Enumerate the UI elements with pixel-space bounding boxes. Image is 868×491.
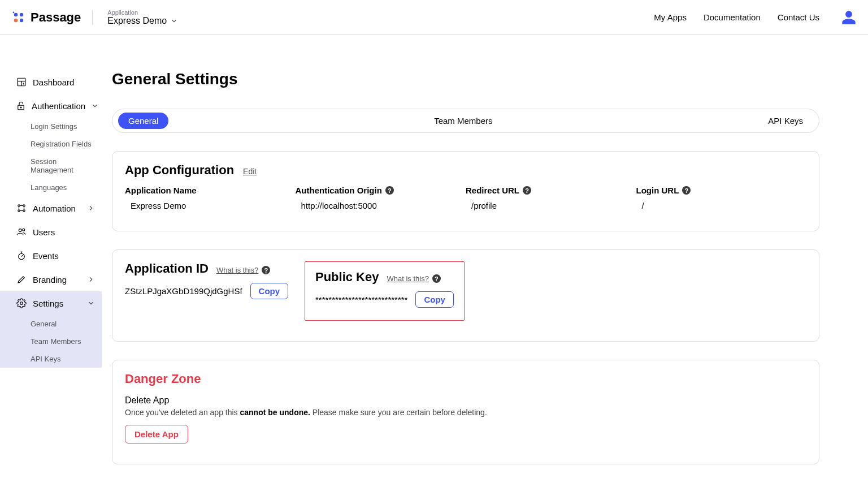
delete-app-button[interactable]: Delete App [125,425,188,443]
brand-name: Passage [31,10,81,25]
sidebar-item-label: Automation [33,204,76,213]
chevron-down-icon [87,299,95,307]
svg-point-16 [19,229,21,232]
danger-zone-card: Danger Zone Delete App Once you've delet… [112,360,819,464]
svg-point-4 [13,11,15,13]
svg-point-13 [23,205,25,206]
sidebar-sub-languages[interactable]: Languages [0,179,102,196]
field-label-login-url: Login URL [636,186,679,195]
sidebar-item-label: Branding [33,275,67,285]
field-value-redirect-url: /profile [466,201,636,210]
field-value-auth-origin: http://localhost:5000 [296,201,466,210]
settings-tabs: General Team Members API Keys [112,109,819,133]
users-icon [16,226,27,238]
svg-point-17 [23,229,25,231]
desc-prefix: Once you've deleted an app this [125,408,240,417]
delete-app-subhead: Delete App [125,395,806,406]
application-id-section: Application ID What is this? ? ZStzLPJga… [125,261,305,321]
what-is-this-link[interactable]: What is this? ? [216,266,270,274]
automation-icon [16,203,27,214]
gear-icon [16,298,27,309]
sidebar-item-settings[interactable]: Settings [0,291,102,315]
application-id-title: Application ID [125,261,209,276]
tab-general[interactable]: General [118,113,168,129]
tab-team-members[interactable]: Team Members [424,113,502,129]
field-value-login-url: / [636,201,807,210]
sidebar-item-branding[interactable]: Branding [0,268,102,291]
ids-card: Application ID What is this? ? ZStzLPJga… [112,249,819,342]
public-key-value: **************************** [315,295,407,304]
field-label-redirect-url: Redirect URL [466,186,519,195]
what-is-this-label: What is this? [387,274,428,283]
sidebar-item-dashboard[interactable]: Dashboard [0,70,102,94]
logo[interactable]: Passage [11,10,93,25]
stopwatch-icon [16,250,27,261]
app-selector-label: Application [107,9,178,16]
dashboard-icon [16,76,27,88]
sidebar-item-label: Users [33,227,55,237]
delete-app-description: Once you've deleted an app this cannot b… [125,408,806,417]
field-label-auth-origin: Authentication Origin [296,186,382,195]
app-selector-value: Express Demo [107,16,167,26]
svg-point-3 [20,18,23,21]
desc-bold: cannot be undone. [240,408,310,417]
logo-icon [11,10,26,25]
sidebar-sub-general[interactable]: General [0,315,102,333]
what-is-this-label: What is this? [216,266,258,274]
svg-point-14 [18,210,20,212]
lock-open-icon [16,100,26,111]
sidebar-item-authentication[interactable]: Authentication [0,94,102,118]
edit-link[interactable]: Edit [243,167,257,176]
svg-point-0 [14,12,18,16]
sidebar-sub-team-members[interactable]: Team Members [0,333,102,350]
application-id-value: ZStzLPJgaXGbD199QjdGgHSf [125,286,242,296]
header: Passage Application Express Demo My Apps… [0,0,868,35]
sidebar: Dashboard Authentication Login Settings … [0,35,102,491]
tab-api-keys[interactable]: API Keys [758,113,813,129]
svg-point-11 [20,107,21,108]
brush-icon [16,274,27,285]
sidebar-item-users[interactable]: Users [0,220,102,244]
public-key-title: Public Key [315,270,379,285]
sidebar-sub-registration-fields[interactable]: Registration Fields [0,135,102,153]
svg-point-2 [14,18,18,21]
svg-point-22 [20,302,23,305]
sidebar-item-label: Dashboard [33,77,74,87]
sidebar-item-label: Settings [33,299,63,308]
chevron-down-icon [170,17,178,25]
app-configuration-card: App Configuration Edit Application Name … [112,151,819,231]
header-nav: My Apps Documentation Contact Us [654,10,857,25]
help-icon: ? [432,274,441,283]
field-value-app-name: Express Demo [125,201,296,210]
sidebar-sub-api-keys[interactable]: API Keys [0,350,102,368]
nav-my-apps[interactable]: My Apps [654,12,687,22]
help-icon[interactable]: ? [682,186,691,195]
user-avatar-icon[interactable] [841,10,857,25]
chevron-down-icon [91,102,99,110]
nav-documentation[interactable]: Documentation [704,12,761,22]
page-title: General Settings [112,70,819,88]
sidebar-sub-login-settings[interactable]: Login Settings [0,118,102,135]
sidebar-item-label: Events [33,251,59,261]
card-title: App Configuration [125,163,234,178]
svg-point-1 [20,12,23,16]
help-icon[interactable]: ? [523,186,531,195]
svg-point-12 [18,205,20,206]
sidebar-item-events[interactable]: Events [0,244,102,268]
sidebar-sub-session-management[interactable]: Session Management [0,153,102,179]
svg-line-19 [21,255,23,256]
sidebar-item-automation[interactable]: Automation [0,196,102,220]
app-selector[interactable]: Application Express Demo [107,9,178,26]
svg-point-15 [23,210,25,212]
chevron-right-icon [87,275,95,283]
help-icon[interactable]: ? [385,186,394,195]
copy-public-key-button[interactable]: Copy [415,291,454,308]
copy-application-id-button[interactable]: Copy [250,283,289,299]
field-label-app-name: Application Name [125,186,197,195]
nav-contact-us[interactable]: Contact Us [778,12,819,22]
sidebar-item-label: Authentication [32,101,85,111]
public-key-section: Public Key What is this? ? *************… [305,261,465,321]
danger-zone-title: Danger Zone [125,372,806,386]
what-is-this-link[interactable]: What is this? ? [387,274,440,283]
chevron-right-icon [87,204,95,212]
